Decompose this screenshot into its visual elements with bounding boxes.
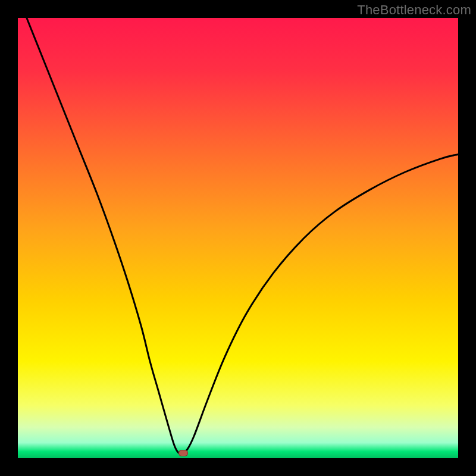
chart-frame: TheBottleneck.com [0, 0, 476, 476]
bottleneck-curve [18, 18, 458, 458]
minimum-marker [178, 450, 188, 456]
watermark-text: TheBottleneck.com [357, 2, 471, 18]
plot-area [18, 18, 458, 458]
